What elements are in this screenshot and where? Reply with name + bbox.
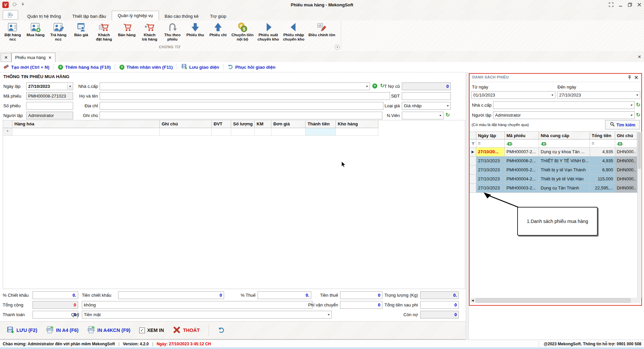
filter-supplier[interactable]: aBc <box>539 139 590 148</box>
horizontal-scrollbar[interactable]: ◀ <box>470 298 641 303</box>
ribbon-button-customer-order[interactable]: Kháchđặt hàng <box>93 21 115 42</box>
n-vien-select[interactable] <box>402 112 443 119</box>
minimize-icon[interactable] <box>618 2 623 7</box>
refresh-employee-icon[interactable]: ↻ <box>445 112 450 118</box>
nha-ccap-input[interactable] <box>100 82 370 90</box>
restore-window-icon[interactable] <box>627 2 633 7</box>
fullscreen-icon[interactable] <box>608 2 614 7</box>
chevron-down-icon[interactable] <box>445 103 450 109</box>
col-ngay-lap[interactable]: Ngày lập <box>476 131 505 139</box>
pin-icon[interactable] <box>627 75 632 80</box>
scrollbar-thumb[interactable] <box>476 298 631 303</box>
col-nha-cung-cap[interactable]: Nhà cung cấp <box>539 131 590 139</box>
tu-ngay-input[interactable]: 01/10/2023 <box>471 91 555 99</box>
col-so-luong[interactable]: Số lượng <box>231 120 255 128</box>
col-kho-hang[interactable]: Kho hàng <box>336 120 378 128</box>
restore-layout-button[interactable]: Phục hồi giao diện <box>228 64 275 70</box>
close-document-icon[interactable]: ✕ <box>638 54 641 59</box>
chevron-down-icon[interactable] <box>438 112 443 119</box>
chevron-down-icon[interactable] <box>326 311 331 318</box>
close-all-tabs-button[interactable]: ✕ <box>1 53 11 62</box>
ngay-lap-input[interactable]: 27/10/2023 <box>26 82 73 90</box>
filter-code[interactable]: aBc <box>505 139 539 148</box>
panel-splitter[interactable] <box>466 72 469 340</box>
ribbon-button-customer-return[interactable]: Kháchtrả hàng <box>138 21 161 42</box>
checkbox-checked-icon[interactable]: ✓ <box>139 328 145 333</box>
add-employee-button[interactable]: + Thêm nhân viên (F11) <box>119 65 173 70</box>
dien-giai-input[interactable]: không <box>82 301 313 309</box>
tien-thue-input[interactable]: 0 <box>340 291 382 299</box>
chevron-down-icon[interactable] <box>364 83 369 90</box>
filter-note[interactable]: aBc <box>615 139 637 148</box>
chevron-down-icon[interactable] <box>67 83 72 90</box>
exit-button[interactable]: THOÁT <box>173 326 200 335</box>
col-thanh-tien[interactable]: Thành tiền <box>306 120 336 128</box>
close-window-icon[interactable] <box>637 2 642 7</box>
add-supplier-icon[interactable]: + <box>372 83 377 89</box>
quy-select[interactable]: Tiền mặt <box>82 311 332 318</box>
tien-chiet-khau-input[interactable]: 0 <box>118 291 224 299</box>
panel-nguoi-lap-input[interactable]: Administrator <box>493 111 635 119</box>
ribbon-button-warehouse-out[interactable]: Phiếu xuấtchuyển kho <box>256 21 281 42</box>
refresh-icon[interactable]: ↻ <box>636 112 640 118</box>
filter-funnel-icon[interactable] <box>470 139 476 148</box>
app-menu-button[interactable] <box>3 10 18 20</box>
sdt-input[interactable] <box>402 92 451 100</box>
ribbon-button-receipt[interactable]: Phiếu thu <box>184 21 207 38</box>
col-ghi-chu[interactable]: Ghi chú <box>160 120 212 128</box>
so-phieu-input[interactable] <box>26 102 73 110</box>
chevron-down-icon[interactable] <box>635 92 640 98</box>
col-ghi-chu[interactable]: Ghi chú <box>615 131 637 139</box>
ribbon-button-sales[interactable]: Bán hàng <box>115 21 138 38</box>
ribbon-button-purchase[interactable]: Mua hàng <box>24 21 47 38</box>
ribbon-tab-1[interactable]: Thiết lập ban đầu <box>66 12 111 20</box>
list-item[interactable]: ▶27/10/20...PMH00007-2...Dụng cụ y khoa … <box>470 148 637 157</box>
list-item[interactable]: 27/10/2023PMH00004-2...Thiết bị yê tế Vi… <box>470 175 637 184</box>
loai-gia-select[interactable]: Giá nhập <box>402 102 451 110</box>
col-dvt[interactable]: ĐVT <box>212 120 231 128</box>
filter-date[interactable]: = <box>476 139 505 148</box>
add-item-button[interactable]: + Thêm hàng hóa (F10) <box>58 65 111 70</box>
ribbon-button-payment[interactable]: Phiếu chi <box>207 21 229 38</box>
list-item[interactable]: 27/10/2023PMH00003-2...Dụng cụ Tân Thành… <box>470 184 637 193</box>
print-a4-button[interactable]: ? IN A4 (F6) <box>46 326 78 335</box>
thanh-tien-cell[interactable] <box>306 128 336 136</box>
scrollbar-thumb[interactable] <box>638 132 641 169</box>
ribbon-button-supplier-return[interactable]: Trả hàngncc <box>47 21 70 42</box>
save-layout-button[interactable]: Lưu giao diện <box>181 64 219 70</box>
print-a4kcn-button[interactable]: ? IN A4KCN (F9) <box>87 326 130 335</box>
group-options-icon[interactable] <box>335 45 340 50</box>
panel-nha-ccap-input[interactable] <box>493 101 635 109</box>
tong-tien-sau-phi-field[interactable]: 0 <box>420 301 459 309</box>
ribbon-button-supplier-order[interactable]: Đặt hàngncc <box>1 21 24 42</box>
ribbon-button-quotation[interactable]: Báo giá <box>70 21 93 38</box>
search-button[interactable]: Tìm kiếm <box>605 120 640 129</box>
ribbon-tab-3[interactable]: Báo cáo thống kê <box>159 12 204 20</box>
new-item-row[interactable]: * <box>3 128 378 136</box>
vertical-scrollbar[interactable] <box>637 131 642 298</box>
scroll-left-icon[interactable]: ◀ <box>470 299 475 302</box>
col-don-gia[interactable]: Đơn giá <box>271 120 306 128</box>
ho-va-ten-input[interactable] <box>100 92 390 100</box>
create-new-button[interactable]: Tạo mới (Ctrl + N) <box>3 64 49 70</box>
phi-van-chuyen-input[interactable]: 0 <box>340 301 382 309</box>
chevron-down-icon[interactable] <box>550 92 555 98</box>
save-button[interactable]: LƯU (F2) <box>7 326 37 335</box>
ribbon-button-stock-adjust[interactable]: abĐiều chỉnh tồn <box>307 21 337 38</box>
undo-icon[interactable] <box>218 327 225 334</box>
chiet-khau-pct-input[interactable]: 0. <box>33 291 78 299</box>
ribbon-tab-2[interactable]: Quản lý nghiệp vụ <box>112 11 159 20</box>
ghi-chu-input[interactable] <box>100 112 382 119</box>
ribbon-tab-0[interactable]: Quản trị hệ thống <box>21 12 66 20</box>
filter-total[interactable]: = <box>590 139 615 148</box>
col-hang-hoa[interactable]: Hàng hóa <box>12 120 160 128</box>
tab-phieu-mua-hang[interactable]: Phiếu mua hàng ✕ <box>11 53 55 62</box>
ribbon-tab-4[interactable]: Trợ giúp <box>204 12 232 20</box>
col-ma-phieu[interactable]: Mã phiếu <box>505 131 539 139</box>
refresh-icon[interactable]: ↻ <box>636 102 640 108</box>
chevron-down-icon[interactable] <box>629 112 634 118</box>
xem-in-checkbox[interactable]: ✓ XEM IN <box>139 328 164 333</box>
close-tab-icon[interactable]: ✕ <box>48 55 52 60</box>
ribbon-button-warehouse-in[interactable]: Phiếu nhậpchuyển kho <box>281 21 307 42</box>
ribbon-button-internal-transfer[interactable]: €$Chuyển tiềnnội bộ <box>229 21 256 42</box>
